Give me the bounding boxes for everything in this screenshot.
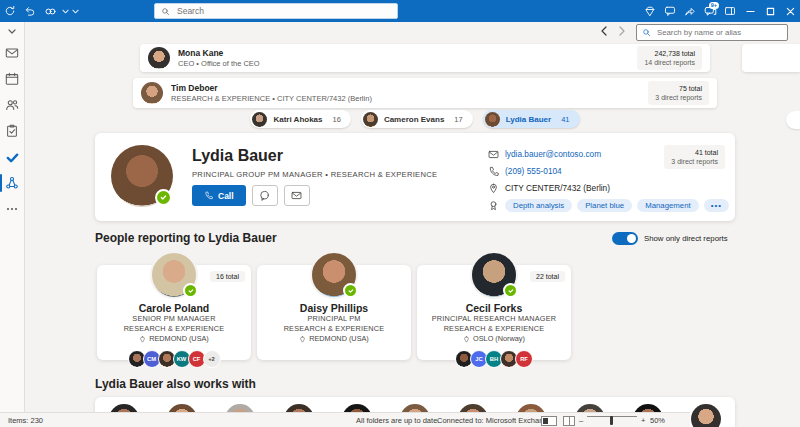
report-card-daisy-phillips[interactable]: Daisy Phillips PRINCIPAL PM RESEARCH & E…	[257, 265, 411, 360]
location-icon	[488, 183, 499, 194]
email-button[interactable]	[284, 185, 310, 206]
peer-chip-katri-ahokas[interactable]: Katri Ahokas 16	[250, 110, 350, 128]
search-icon	[161, 7, 170, 16]
team-avatars: JCBHRF	[417, 350, 571, 368]
link-icon[interactable]	[40, 0, 60, 22]
direct-reports-count: 14 direct reports	[644, 58, 695, 67]
partial-chip	[786, 111, 800, 129]
team-overflow-count: +2	[203, 350, 221, 368]
peer-chip-cameron-evans[interactable]: Cameron Evans 17	[361, 110, 473, 128]
avatar	[363, 112, 378, 127]
profile-phone-link[interactable]: (209) 555-0104	[505, 166, 562, 176]
call-button[interactable]: Call	[192, 185, 246, 206]
sync-icon[interactable]	[0, 0, 20, 22]
direct-reports-toggle[interactable]	[612, 232, 638, 245]
title-bar: 9+	[0, 0, 800, 22]
report-name: Daisy Phillips	[257, 302, 411, 314]
book-view-icon[interactable]	[563, 416, 575, 426]
person-name: Mona Kane	[178, 48, 637, 59]
phone-icon	[488, 166, 499, 177]
direct-reports-count: 3 direct reports	[655, 93, 702, 102]
total-count: 41 total	[671, 148, 718, 157]
sidebar-item-mail[interactable]	[0, 40, 24, 66]
works-with-avatar[interactable]	[691, 404, 721, 427]
sidebar-item-people[interactable]	[0, 92, 24, 118]
report-card-carole-poland[interactable]: 16 total Carole Poland SENIOR PM MANAGER…	[97, 265, 251, 360]
minimize-button[interactable]	[740, 0, 760, 22]
report-title: SENIOR PM MANAGER	[97, 314, 251, 324]
zoom-level: 50%	[650, 416, 665, 425]
search-input[interactable]	[175, 5, 391, 17]
total-badge: 22 total	[530, 271, 565, 282]
avatar	[148, 47, 170, 69]
report-card-cecil-forks[interactable]: 22 total Cecil Forks PRINCIPAL RESEARCH …	[417, 265, 571, 360]
undo-icon[interactable]	[20, 0, 40, 22]
report-title: PRINCIPAL RESEARCH MANAGER	[417, 314, 571, 324]
chevron-down-icon[interactable]	[8, 22, 16, 40]
share-icon[interactable]	[680, 0, 700, 22]
sidebar-item-org-explorer[interactable]	[0, 170, 24, 196]
maximize-button[interactable]	[760, 0, 780, 22]
location-icon	[139, 336, 146, 343]
avatar	[141, 82, 163, 104]
person-subtitle: RESEARCH & EXPERIENCE • CITY CENTER/7432…	[171, 94, 648, 103]
profile-email-link[interactable]: lydia.bauer@contoso.com	[505, 149, 601, 159]
profile-tag[interactable]: Depth analysis	[505, 199, 572, 212]
profile-tag[interactable]: Planet blue	[577, 199, 632, 212]
location-icon	[299, 336, 306, 343]
sidebar-item-todo[interactable]	[0, 144, 24, 170]
report-location: REDMOND (USA)	[309, 334, 369, 344]
peer-count: 17	[454, 115, 462, 124]
report-org: RESEARCH & EXPERIENCE	[417, 324, 571, 334]
more-tags-button[interactable]: •••	[704, 199, 729, 212]
forward-button[interactable]	[618, 26, 626, 36]
zoom-out-button[interactable]: –	[579, 416, 583, 425]
chevron-down-icon[interactable]	[70, 0, 80, 22]
sidebar-item-tasks[interactable]	[0, 118, 24, 144]
more-icon[interactable]	[0, 196, 24, 222]
total-badge: 16 total	[210, 271, 245, 282]
partial-card	[742, 44, 800, 72]
hierarchy-row-mona-kane[interactable]: Mona Kane CEO • Office of the CEO 242,73…	[140, 44, 710, 72]
peer-count: 16	[333, 115, 341, 124]
location-icon	[463, 336, 470, 343]
section-heading-works-with: Lydia Bauer also works with	[95, 377, 256, 391]
chat-sync-icon[interactable]	[660, 0, 680, 22]
hierarchy-row-tim-deboer[interactable]: Tim Deboer RESEARCH & EXPERIENCE • CITY …	[133, 78, 717, 108]
person-name: Tim Deboer	[171, 83, 648, 94]
profile-name: Lydia Bauer	[192, 147, 283, 165]
report-org: RESEARCH & EXPERIENCE	[97, 324, 251, 334]
peer-name: Katri Ahokas	[273, 115, 322, 124]
zoom-in-button[interactable]: +	[641, 416, 645, 425]
profile-tag[interactable]: Management	[637, 199, 699, 212]
chat-button[interactable]	[252, 185, 278, 206]
search-icon	[642, 28, 651, 37]
peer-chip-lydia-bauer[interactable]: Lydia Bauer 41	[483, 110, 580, 128]
team-avatars: CMKWCF+2	[97, 350, 251, 368]
diamond-icon[interactable]	[640, 0, 660, 22]
presence-available-icon	[503, 283, 518, 298]
report-location: OSLO (Norway)	[473, 334, 525, 344]
chat-bubbles-icon[interactable]: 9+	[700, 0, 720, 22]
report-location: REDMOND (USA)	[149, 334, 209, 344]
reading-pane-toggle-icon[interactable]	[541, 416, 557, 426]
avatar	[252, 112, 267, 127]
people-search-box[interactable]	[636, 24, 788, 41]
total-count: 75 total	[655, 84, 702, 93]
sidebar-item-calendar[interactable]	[0, 66, 24, 92]
profile-card: Lydia Bauer PRINCIPAL GROUP PM MANAGER •…	[95, 133, 735, 221]
people-search-input[interactable]	[655, 27, 782, 38]
peer-count: 41	[561, 115, 569, 124]
totals-badge: 41 total 3 direct reports	[664, 145, 725, 169]
back-button[interactable]	[600, 26, 608, 36]
avatar	[485, 112, 500, 127]
peer-name: Lydia Bauer	[506, 115, 552, 124]
panel-icon[interactable]	[720, 0, 740, 22]
connection-status: Connected to: Microsoft Exchange	[437, 416, 552, 425]
ribbon-search-box[interactable]	[154, 3, 398, 19]
close-button[interactable]	[780, 0, 800, 22]
report-org: RESEARCH & EXPERIENCE	[257, 324, 411, 334]
zoom-slider-thumb[interactable]	[610, 416, 613, 425]
peer-name: Cameron Evans	[384, 115, 444, 124]
chevron-down-icon[interactable]	[60, 0, 70, 22]
